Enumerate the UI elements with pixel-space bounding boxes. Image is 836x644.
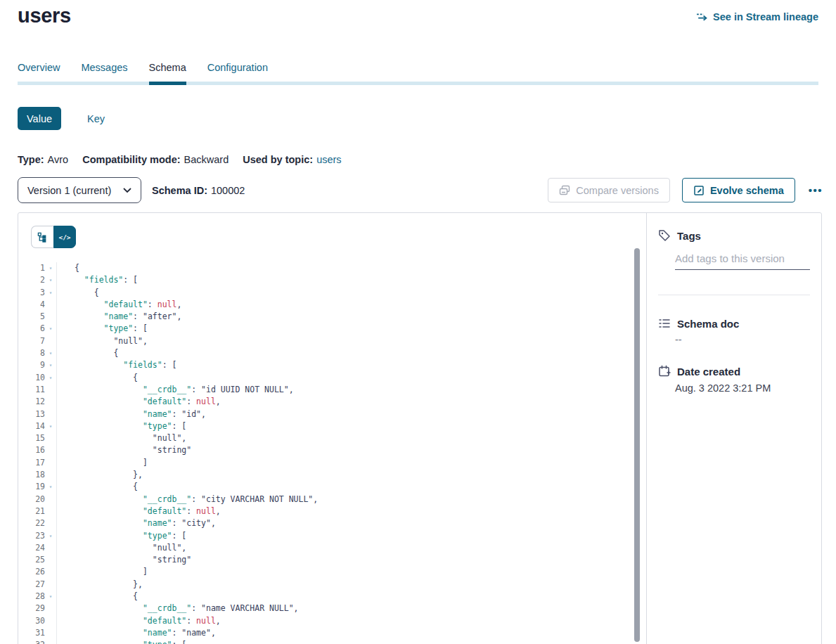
code-view-icon: </> [58,233,70,241]
value-toggle-button[interactable]: Value [18,107,61,130]
code-view-button[interactable]: </> [53,226,76,248]
code-line: 28▾ { [18,591,645,603]
line-number: 20 [18,494,45,505]
line-number: 22 [18,517,45,529]
fold-toggle-icon[interactable]: ▾ [45,481,57,493]
code-text: { [57,262,79,274]
code-line: 16 "string" [18,444,645,456]
code-text: "null", [57,542,186,554]
fold-toggle-icon[interactable]: ▾ [45,262,57,274]
code-text: "type": [ [57,420,186,432]
date-created-value: Aug. 3 2022 3:21 PM [675,382,771,394]
code-line: 17 ] [18,457,645,469]
code-line: 6▾ "type": [ [18,323,645,335]
fold-gutter [45,335,57,347]
code-text: "type": [ [57,323,148,335]
used-by-topic-link[interactable]: users [316,154,341,165]
fold-gutter [45,517,57,529]
line-number: 28 [18,591,45,603]
fold-gutter [45,396,57,408]
schema-panel: </> 1▾{2▾ "fields": [3▾ {4 "default": nu… [18,212,822,644]
version-select[interactable]: Version 1 (current) [18,177,141,203]
code-text: { [57,347,118,359]
code-line: 7 "null", [18,335,645,347]
line-number: 15 [18,432,45,444]
line-number: 12 [18,396,45,408]
code-text: "name": "city", [57,517,216,529]
tab-schema[interactable]: Schema [149,62,186,85]
compare-versions-button[interactable]: Compare versions [548,178,670,202]
fold-toggle-icon[interactable]: ▾ [45,359,57,371]
fold-gutter [45,469,57,481]
fold-gutter [45,566,57,578]
stream-lineage-label: See in Stream lineage [713,11,818,22]
code-text: "type": [ [57,530,186,542]
line-number: 1 [18,262,45,274]
fold-toggle-icon[interactable]: ▾ [45,420,57,432]
topic-tabs: Overview Messages Schema Configuration [18,62,268,85]
fold-gutter [45,603,57,614]
code-line: 25 "string" [18,554,645,566]
code-editor[interactable]: 1▾{2▾ "fields": [3▾ {4 "default": null,5… [18,262,645,644]
add-tags-input[interactable] [675,251,810,270]
code-text: "__crdb__": "city VARCHAR NOT NULL", [57,494,318,505]
fold-toggle-icon[interactable]: ▾ [45,372,57,384]
line-number: 23 [18,530,45,542]
line-number: 11 [18,384,45,396]
code-text: "type": [ [57,639,186,644]
tab-configuration[interactable]: Configuration [207,62,268,85]
compatibility-label: Compatibility mode: [82,154,180,165]
line-number: 16 [18,444,45,456]
tag-icon [658,229,671,242]
schema-id-label: Schema ID: [152,185,207,196]
line-number: 10 [18,372,45,384]
date-created-section-header: Date created [658,365,740,378]
fold-toggle-icon[interactable]: ▾ [45,323,57,335]
fold-toggle-icon[interactable]: ▾ [45,591,57,603]
chevron-down-icon [123,188,131,193]
code-text: "__crdb__": "name VARCHAR NULL", [57,603,299,614]
editor-vertical-scrollbar[interactable] [634,248,640,642]
line-number: 32 [18,639,45,644]
tab-overview[interactable]: Overview [18,62,60,85]
key-toggle-button[interactable]: Key [78,107,114,130]
fold-toggle-icon[interactable]: ▾ [45,347,57,359]
code-line: 12 "default": null, [18,396,645,408]
version-select-value: Version 1 (current) [27,185,111,196]
code-text: ] [57,566,148,578]
type-value: Avro [48,154,69,165]
date-created-title: Date created [677,366,740,378]
stream-lineage-link[interactable]: See in Stream lineage [696,11,818,22]
code-text: }, [57,579,143,591]
fold-gutter [45,615,57,627]
compatibility-value: Backward [184,154,229,165]
tab-messages[interactable]: Messages [81,62,127,85]
fold-toggle-icon[interactable]: ▾ [45,530,57,542]
used-by-topic-label: Used by topic: [243,154,313,165]
line-number: 25 [18,554,45,566]
line-number: 6 [18,323,45,335]
fold-gutter [45,311,57,323]
schema-id-value: 100002 [211,185,245,196]
code-text: "null", [57,432,186,444]
line-number: 5 [18,311,45,323]
code-text: { [57,591,138,603]
code-line: 22 "name": "city", [18,517,645,529]
code-line: 8▾ { [18,347,645,359]
more-actions-button[interactable]: ••• [807,181,824,199]
fold-gutter [45,554,57,566]
fold-toggle-icon[interactable]: ▾ [45,287,57,299]
fold-toggle-icon[interactable]: ▾ [45,274,57,286]
code-line: 14▾ "type": [ [18,420,645,432]
tags-section-header: Tags [658,229,701,242]
evolve-schema-icon [693,185,705,196]
page-title: users [18,4,71,27]
code-text: { [57,287,99,299]
code-line: 3▾ { [18,287,645,299]
schema-doc-section-header: Schema doc [658,317,739,330]
evolve-schema-button[interactable]: Evolve schema [682,178,795,202]
fold-toggle-icon[interactable]: ▾ [45,639,57,644]
line-number: 18 [18,469,45,481]
sidebar-divider [658,295,810,295]
tree-view-button[interactable] [31,226,53,248]
